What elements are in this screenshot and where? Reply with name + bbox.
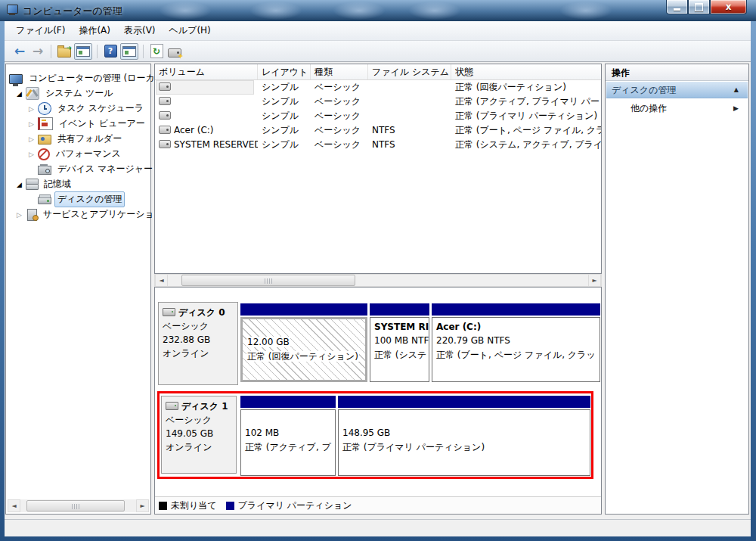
actions-item-more-actions[interactable]: 他の操作 ▶ — [606, 100, 748, 117]
scroll-right-icon[interactable]: ► — [136, 499, 149, 512]
tree-item-event-viewer[interactable]: ▷ イベント ビューアー — [29, 117, 148, 131]
tree-item-performance[interactable]: ▷ パフォーマンス — [29, 147, 124, 161]
glass-highlight — [333, 2, 386, 20]
tree-horizontal-scrollbar[interactable]: ◄ ► — [8, 499, 149, 512]
tree-item-task-scheduler[interactable]: ▷ タスク スケジューラ — [29, 101, 147, 116]
scrollbar-track[interactable] — [20, 499, 136, 512]
toolbar-separator — [143, 45, 144, 58]
back-button[interactable]: ← — [11, 44, 28, 59]
tree-item-label: サービスとアプリケーショ — [40, 207, 157, 222]
partition-primary-large[interactable]: 148.95 GB 正常 (プライマリ パーティション) — [338, 396, 590, 476]
volume-icon — [159, 111, 171, 120]
tree-item-disk-management[interactable]: ディスクの管理 — [38, 192, 125, 207]
computer-icon — [9, 74, 23, 84]
help-icon: ? — [104, 45, 117, 58]
forward-button[interactable]: → — [29, 44, 46, 59]
task-scheduler-icon — [38, 102, 51, 115]
toolbar-separator — [97, 45, 98, 58]
tree-item-storage[interactable]: ◢ 記憶域 — [17, 177, 74, 191]
close-button[interactable]: x — [710, 0, 747, 14]
partition-acer-c[interactable]: Acer (C:) 220.79 GB NTFS 正常 (ブート, ページ ファ… — [432, 303, 600, 382]
minimize-button[interactable] — [666, 0, 688, 14]
tree-item-services-applications[interactable]: ▷ サービスとアプリケーショ — [17, 207, 157, 222]
show-console-tree-icon — [76, 46, 90, 57]
partition-title: SYSTEM RI — [374, 320, 425, 334]
volume-name: Acer (C:) — [174, 125, 214, 135]
scrollbar-thumb[interactable] — [181, 275, 355, 286]
partition-color-bar — [370, 303, 429, 316]
show-console-tree-button[interactable] — [74, 43, 92, 60]
export-list-button[interactable] — [56, 44, 73, 59]
menu-action[interactable]: 操作(A) — [72, 22, 117, 39]
partition-recovery[interactable]: 12.00 GB 正常 (回復パーティション) — [240, 303, 367, 382]
disk0-label[interactable]: ディスク 0 ベーシック 232.88 GB オンライン — [158, 302, 238, 385]
partition-status: 正常 (プライマリ パーティション) — [342, 440, 586, 455]
column-header-layout[interactable]: レイアウト — [258, 64, 311, 79]
column-header-status[interactable]: 状態 — [451, 64, 601, 79]
volume-layout: シンプル — [258, 80, 311, 95]
partition-title — [342, 412, 586, 426]
refresh-button[interactable]: ↻ — [148, 44, 165, 59]
disk-type: ベーシック — [166, 413, 232, 427]
collapse-arrow-icon[interactable]: ▷ — [29, 120, 38, 128]
disk-management-icon — [38, 197, 51, 204]
show-action-pane-button[interactable] — [120, 43, 138, 60]
disk-name: ディスク 0 — [178, 307, 225, 318]
volume-status: 正常 (アクティブ, プライマリ パー — [451, 95, 601, 109]
scrollbar-track[interactable] — [168, 274, 588, 287]
expand-arrow-icon[interactable]: ◢ — [17, 90, 26, 98]
window-client-area: ファイル(F) 操作(A) 表示(V) ヘルプ(H) ← → ? ↻ コンピュー… — [5, 21, 751, 536]
tree-item-system-tools[interactable]: ◢ システム ツール — [17, 86, 116, 101]
collapse-arrow-icon[interactable]: ▷ — [29, 151, 38, 158]
volume-row[interactable]: SYSTEM RESERVED シンプル ベーシック NTFS 正常 (システム… — [155, 138, 601, 152]
volume-list-horizontal-scrollbar[interactable]: ◄ ► — [154, 274, 602, 287]
volume-row[interactable]: Acer (C:) シンプル ベーシック NTFS 正常 (ブート, ページ フ… — [155, 123, 601, 138]
device-manager-icon — [38, 166, 51, 175]
refresh-icon: ↻ — [150, 44, 163, 58]
disk0-partitions: 12.00 GB 正常 (回復パーティション) SYSTEM RI 100 MB… — [240, 303, 600, 382]
export-list-icon — [57, 48, 71, 58]
actions-group-disk-management[interactable]: ディスクの管理 ▲ — [606, 82, 748, 98]
menu-help[interactable]: ヘルプ(H) — [163, 22, 218, 39]
partition-size: 102 MB — [245, 426, 331, 440]
menu-view[interactable]: 表示(V) — [117, 22, 163, 39]
tree-item-shared-folders[interactable]: ▷ 共有フォルダー — [29, 132, 125, 146]
volume-list-header: ボリューム レイアウト 種類 ファイル システム 状態 — [155, 64, 601, 80]
collapse-arrow-icon[interactable]: ▷ — [29, 105, 38, 113]
main-area: コンピューターの管理 (ローカ ◢ システム ツール ▷ タスク スケジューラ … — [5, 62, 751, 518]
scroll-left-icon[interactable]: ◄ — [8, 499, 20, 512]
volume-layout: シンプル — [258, 95, 311, 109]
partition-active-small[interactable]: 102 MB 正常 (アクティブ, プ — [240, 396, 336, 476]
column-header-filesystem[interactable]: ファイル システム — [368, 64, 451, 79]
menu-file[interactable]: ファイル(F) — [9, 22, 72, 39]
help-button[interactable]: ? — [102, 44, 119, 59]
disk-graphical-panel: ディスク 0 ベーシック 232.88 GB オンライン 12.00 GB 正常… — [154, 287, 602, 515]
expand-arrow-icon[interactable]: ◢ — [17, 181, 26, 188]
shared-folders-icon — [38, 135, 51, 145]
partition-title: Acer (C:) — [436, 320, 596, 334]
partition-system-reserved[interactable]: SYSTEM RI 100 MB NTF 正常 (システ — [370, 303, 429, 382]
volume-fs — [368, 109, 451, 123]
tree-item-device-manager[interactable]: デバイス マネージャー — [38, 162, 156, 176]
scroll-left-icon[interactable]: ◄ — [155, 274, 168, 287]
volume-row[interactable]: シンプル ベーシック 正常 (アクティブ, プライマリ パー — [155, 95, 601, 109]
forward-icon: → — [33, 45, 43, 58]
volume-row[interactable]: シンプル ベーシック 正常 (回復パーティション) — [155, 80, 601, 95]
volume-row[interactable]: シンプル ベーシック 正常 (プライマリ パーティション) — [155, 109, 601, 123]
partition-size: 148.95 GB — [342, 426, 586, 440]
scrollbar-thumb[interactable] — [26, 500, 125, 511]
collapse-arrow-icon[interactable]: ▷ — [17, 211, 26, 219]
disk-settings-button[interactable] — [166, 44, 183, 59]
volume-layout: シンプル — [258, 138, 311, 152]
tree-item-label: タスク スケジューラ — [54, 101, 147, 117]
tree-item-computer-management[interactable]: コンピューターの管理 (ローカ — [9, 71, 158, 86]
glass-highlight — [408, 2, 461, 20]
column-header-type[interactable]: 種類 — [311, 64, 368, 79]
column-header-volume[interactable]: ボリューム — [155, 64, 258, 79]
scroll-right-icon[interactable]: ► — [588, 274, 601, 287]
disk1-label[interactable]: ディスク 1 ベーシック 149.05 GB オンライン — [161, 396, 237, 474]
collapse-caret-icon[interactable]: ▲ — [734, 82, 739, 98]
maximize-button[interactable] — [688, 0, 710, 14]
collapse-arrow-icon[interactable]: ▷ — [29, 135, 38, 143]
disk-icon — [166, 402, 178, 410]
